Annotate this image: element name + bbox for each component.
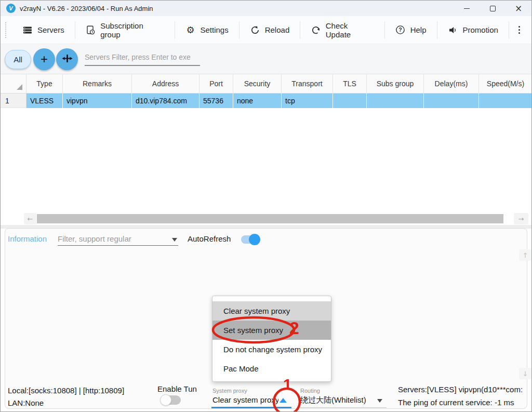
minimize-icon <box>464 8 470 9</box>
column-header-security[interactable]: Security <box>233 74 282 94</box>
information-tab[interactable]: Information <box>8 234 47 243</box>
toolbar-item-subscription-group[interactable]: Subscription group <box>75 21 175 39</box>
subs-group-all-button[interactable]: All <box>5 50 31 69</box>
message-filter-input[interactable] <box>58 232 178 246</box>
toolbar-item-reload[interactable]: Reload <box>240 25 300 35</box>
server-table-header: Type Remarks Address Port Security Trans… <box>1 74 532 94</box>
menu-item-clear-system-proxy[interactable]: Clear system proxy <box>212 301 331 321</box>
column-header-transport[interactable]: Transport <box>282 74 333 94</box>
toolbar-item-check-update[interactable]: Check Update <box>300 21 384 39</box>
current-server-status: Servers:[VLESS] vipvpn(d10***com: <box>398 385 523 394</box>
check-update-icon <box>311 25 321 35</box>
address-cell[interactable]: d10.vip784.com <box>132 94 200 108</box>
gear-icon: ⚙ <box>185 25 196 35</box>
toolbar-item-settings[interactable]: ⚙ Settings <box>175 25 239 35</box>
security-cell[interactable]: none <box>233 94 282 108</box>
subscription-group-icon <box>86 25 96 35</box>
routing-underline <box>298 407 387 408</box>
autorefresh-toggle[interactable] <box>241 235 259 244</box>
toolbar-label: Promotion <box>463 25 498 34</box>
system-proxy-underline <box>211 407 291 408</box>
ping-status: The ping of current service: -1 ms <box>398 398 514 407</box>
delay-cell[interactable] <box>424 94 479 108</box>
speed-cell[interactable] <box>479 94 532 108</box>
row-number-cell[interactable]: 1 <box>1 94 26 108</box>
plus-icon: + <box>41 52 48 67</box>
tls-cell[interactable] <box>333 94 367 108</box>
toggle-columns-button[interactable] <box>56 48 78 70</box>
close-button[interactable]: × <box>506 1 531 16</box>
arrow-left-icon: ← <box>28 215 33 223</box>
toolbar-label: Subscription group <box>100 21 164 39</box>
add-server-button[interactable]: + <box>33 48 55 70</box>
routing-select[interactable]: 绕过大陆(Whitelist) <box>300 395 366 405</box>
title-bar: V v2rayN - V6.26 - 2023/06/04 - Run As A… <box>1 1 531 16</box>
column-header-remarks[interactable]: Remarks <box>63 74 132 94</box>
maximize-icon <box>490 6 496 11</box>
minimize-button[interactable] <box>454 1 480 16</box>
system-proxy-menu: Clear system proxy Set system proxy Do n… <box>212 296 331 382</box>
toolbar-label: Reload <box>265 25 290 34</box>
column-header-port[interactable]: Port <box>200 74 233 94</box>
server-row-selected[interactable]: 1 VLESS vipvpn d10.vip784.com 55736 none… <box>1 94 532 108</box>
scroll-up-button[interactable]: ↑ <box>519 249 531 261</box>
toolbar-item-help[interactable]: ? Help <box>385 25 437 35</box>
menu-item-pac-mode[interactable]: Pac Mode <box>212 359 331 378</box>
window-title: v2rayN - V6.26 - 2023/06/04 - Run As Adm… <box>20 5 153 12</box>
arrow-right-icon: → <box>518 215 524 223</box>
horizontal-scrollbar[interactable]: ← → <box>1 212 531 225</box>
kebab-menu-icon <box>518 26 520 28</box>
local-ports-status: Local:[socks:10808] | [http:10809] <box>8 386 124 395</box>
servers-icon <box>22 25 33 35</box>
horizontal-scrollbar-thumb[interactable] <box>37 214 503 223</box>
close-icon: × <box>515 4 522 13</box>
help-icon: ? <box>395 25 406 35</box>
main-toolbar: Servers Subscription group ⚙ Settings Re… <box>1 16 531 44</box>
scroll-left-button[interactable]: ← <box>24 213 36 224</box>
reload-icon <box>250 25 260 35</box>
enable-tun-toggle[interactable] <box>161 395 181 405</box>
kebab-menu-icon <box>518 32 520 34</box>
transport-cell[interactable]: tcp <box>282 94 333 108</box>
servers-filter-input[interactable] <box>85 49 200 66</box>
system-proxy-select[interactable]: Clear system proxy <box>212 395 278 404</box>
arrow-down-icon: ↓ <box>523 370 528 378</box>
chevron-down-icon[interactable] <box>172 238 177 242</box>
scroll-down-button[interactable]: ↓ <box>519 368 531 379</box>
chevron-up-icon[interactable] <box>280 398 287 403</box>
lan-status: LAN:None <box>8 398 44 407</box>
toolbar-grip[interactable] <box>5 22 7 38</box>
v2rayn-window: V v2rayN - V6.26 - 2023/06/04 - Run As A… <box>0 0 532 412</box>
port-cell[interactable]: 55736 <box>200 94 233 108</box>
select-all-triangle-icon <box>17 84 22 90</box>
more-menu-button[interactable] <box>509 20 529 41</box>
column-header-delay[interactable]: Delay(ms) <box>424 74 479 94</box>
type-cell[interactable]: VLESS <box>26 94 63 108</box>
column-header-type[interactable]: Type <box>26 74 63 94</box>
speaker-icon <box>448 25 458 35</box>
toolbar-item-promotion[interactable]: Promotion <box>437 25 509 35</box>
scroll-right-button[interactable]: → <box>514 213 528 224</box>
toolbar-label: Check Update <box>326 21 374 39</box>
autorefresh-label: AutoRefresh <box>188 234 231 243</box>
menu-item-set-system-proxy[interactable]: Set system proxy <box>212 321 331 340</box>
column-header-tls[interactable]: TLS <box>333 74 367 94</box>
toolbar-label: Help <box>410 25 427 34</box>
server-filter-row: All + <box>1 44 531 74</box>
column-header-address[interactable]: Address <box>132 74 200 94</box>
toolbar-label: Settings <box>201 25 229 34</box>
menu-item-do-not-change-system-proxy[interactable]: Do not change system proxy <box>212 340 331 359</box>
select-all-corner[interactable] <box>1 74 26 94</box>
maximize-button[interactable] <box>480 1 506 16</box>
remarks-cell[interactable]: vipvpn <box>63 94 132 108</box>
subs-group-cell[interactable] <box>367 94 424 108</box>
routing-label: Routing <box>300 388 320 394</box>
toggle-knob <box>160 394 171 406</box>
system-proxy-label: System proxy <box>212 388 247 394</box>
column-header-speed[interactable]: Speed(M/s) <box>479 74 532 94</box>
chevron-down-icon[interactable] <box>377 399 382 403</box>
column-header-subs-group[interactable]: Subs group <box>367 74 424 94</box>
app-logo-icon: V <box>6 4 16 13</box>
toolbar-item-servers[interactable]: Servers <box>12 25 75 35</box>
column-resize-icon <box>62 53 73 66</box>
